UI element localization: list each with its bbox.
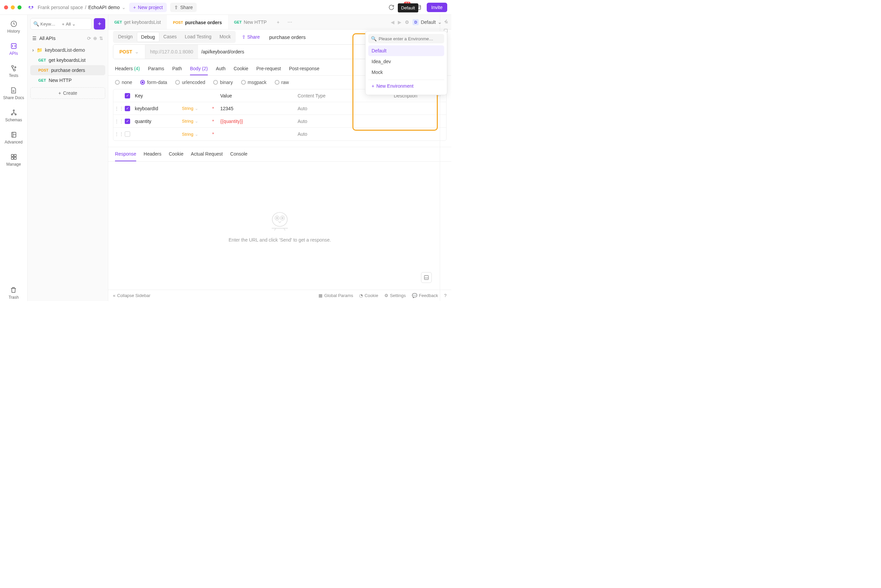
sidebar-search[interactable]: 🔍 ● All ⌄ xyxy=(30,18,92,30)
radio-none[interactable]: none xyxy=(115,80,132,85)
reqtab-body[interactable]: Body (2) xyxy=(190,63,208,75)
env-settings-icon[interactable]: ⚙ xyxy=(405,20,409,25)
api-item-new-http[interactable]: GET New HTTP xyxy=(30,75,105,86)
env-search-input[interactable] xyxy=(379,36,442,41)
content-type-value[interactable]: Auto xyxy=(298,131,375,137)
nav-advanced[interactable]: Advanced xyxy=(3,130,24,146)
type-selector[interactable]: String⌄ xyxy=(182,118,212,124)
new-project-button[interactable]: + New project xyxy=(129,3,167,12)
tab-new-http[interactable]: GET New HTTP xyxy=(228,15,273,29)
subtab-debug[interactable]: Debug xyxy=(137,32,159,42)
env-item-default[interactable]: Default xyxy=(368,45,444,56)
tab-get-keyboardslist[interactable]: GET get keyboardsList xyxy=(108,15,167,29)
search-input[interactable] xyxy=(41,21,60,27)
row-checkbox[interactable] xyxy=(125,131,130,137)
api-item-get-keyboardslist[interactable]: GET get keyboardsList xyxy=(30,55,105,65)
env-search-box[interactable]: 🔍 xyxy=(368,34,444,44)
feedback-button[interactable]: 💬Feedback xyxy=(412,293,438,298)
nav-tests[interactable]: Tests xyxy=(8,63,20,79)
request-title[interactable]: purchase orders xyxy=(269,34,306,40)
tab-prev-icon[interactable]: ◀ xyxy=(391,20,394,25)
subtab-mock[interactable]: Mock xyxy=(215,32,235,42)
layout-toggle-button[interactable] xyxy=(421,272,432,283)
env-item-idea-dev[interactable]: Idea_dev xyxy=(368,56,444,67)
drag-handle-icon[interactable]: ⋮⋮ xyxy=(113,106,125,111)
content-type-value[interactable]: Auto xyxy=(298,106,375,111)
resptab-response[interactable]: Response xyxy=(115,147,136,161)
nav-trash[interactable]: Trash xyxy=(7,285,20,301)
param-key-input[interactable]: quantity xyxy=(135,118,182,124)
cookie-button[interactable]: ◔Cookie xyxy=(359,293,378,298)
radio-formdata[interactable]: form-data xyxy=(140,80,167,85)
radio-msgpack[interactable]: msgpack xyxy=(241,80,267,85)
reqtab-headers[interactable]: Headers (4) xyxy=(115,63,140,75)
subtab-load[interactable]: Load Testing xyxy=(181,32,215,42)
row-checkbox[interactable]: ✓ xyxy=(125,106,130,111)
method-selector[interactable]: POST ⌄ xyxy=(113,45,145,59)
reqtab-auth[interactable]: Auth xyxy=(216,63,226,75)
workspace-name[interactable]: Frank personal space xyxy=(38,5,83,10)
nav-history[interactable]: History xyxy=(6,19,21,35)
radio-binary[interactable]: binary xyxy=(213,80,233,85)
type-selector[interactable]: String⌄ xyxy=(182,106,212,111)
resptab-headers[interactable]: Headers xyxy=(144,147,161,161)
sort-icon[interactable]: ⇅ xyxy=(99,36,103,41)
api-item-purchase-orders[interactable]: POST purchase orders xyxy=(30,65,105,75)
param-value-input[interactable]: {{quantity}} xyxy=(220,118,298,124)
nav-manage[interactable]: Manage xyxy=(5,152,22,168)
tab-purchase-orders[interactable]: POST purchase orders xyxy=(167,15,228,29)
resptab-actual[interactable]: Actual Request xyxy=(191,147,223,161)
drag-handle-icon[interactable]: ⋮⋮ xyxy=(113,131,125,137)
collapse-sidebar-button[interactable]: « Collapse Sidebar xyxy=(113,293,150,298)
radio-raw[interactable]: raw xyxy=(275,80,289,85)
nav-apis[interactable]: APIs xyxy=(8,41,19,57)
project-name[interactable]: EchoAPI demo xyxy=(89,5,120,10)
share-button-top[interactable]: ⇪ Share xyxy=(170,3,197,12)
resptab-console[interactable]: Console xyxy=(230,147,248,161)
reqtab-params[interactable]: Params xyxy=(148,63,164,75)
environment-selector[interactable]: D Default ⌄ xyxy=(413,19,442,25)
tab-next-icon[interactable]: ▶ xyxy=(398,20,401,25)
filter-dropdown[interactable]: ● All ⌄ xyxy=(62,21,76,27)
all-apis-header[interactable]: ☰ All APIs ⟳ ⊕ ⇅ xyxy=(30,33,105,44)
create-button[interactable]: + Create xyxy=(30,87,105,99)
maximize-window-icon[interactable] xyxy=(18,5,21,9)
param-key-input[interactable]: keyboardId xyxy=(135,106,182,111)
resptab-cookie[interactable]: Cookie xyxy=(169,147,183,161)
add-tab-button[interactable]: + xyxy=(273,20,283,25)
new-environment-button[interactable]: + New Environment xyxy=(368,80,444,92)
folder-item[interactable]: › 📁 keyboardList-demo xyxy=(30,45,105,55)
env-item-mock[interactable]: Mock xyxy=(368,67,444,78)
select-all-checkbox[interactable]: ✓ xyxy=(125,93,130,99)
nav-sharedocs[interactable]: Share Docs xyxy=(2,86,26,102)
required-toggle[interactable]: * xyxy=(212,106,220,111)
drag-handle-icon[interactable]: ⋮⋮ xyxy=(113,118,125,124)
nav-schemas[interactable]: Schemas xyxy=(4,108,23,124)
reqtab-path[interactable]: Path xyxy=(172,63,182,75)
type-selector[interactable]: String⌄ xyxy=(182,132,212,137)
required-toggle[interactable]: * xyxy=(212,118,220,124)
locate-icon[interactable]: ⊕ xyxy=(93,36,97,41)
content-type-value[interactable]: Auto xyxy=(298,118,375,124)
minimize-window-icon[interactable] xyxy=(11,5,15,9)
subtab-design[interactable]: Design xyxy=(114,32,137,42)
chevron-down-icon[interactable]: ⌄ xyxy=(122,5,126,10)
param-value-input[interactable]: 12345 xyxy=(220,106,298,111)
share-link[interactable]: ⇪ Share xyxy=(238,34,263,40)
radio-urlencoded[interactable]: urlencoded xyxy=(175,80,205,85)
settings-button[interactable]: ⚙Settings xyxy=(384,293,406,298)
check-icon[interactable]: ✓ xyxy=(444,18,448,24)
row-checkbox[interactable]: ✓ xyxy=(125,118,130,124)
global-params-button[interactable]: ▦Global Params xyxy=(319,293,353,298)
subtab-cases[interactable]: Cases xyxy=(159,32,181,42)
reqtab-postresp[interactable]: Post-response xyxy=(289,63,319,75)
refresh-icon[interactable]: ⟳ xyxy=(87,36,91,41)
required-toggle[interactable]: * xyxy=(212,131,220,137)
reqtab-prereq[interactable]: Pre-request xyxy=(256,63,281,75)
sync-icon[interactable] xyxy=(386,2,397,12)
add-api-button[interactable]: + xyxy=(94,18,105,30)
invite-button[interactable]: Invite xyxy=(427,3,447,12)
reqtab-cookie[interactable]: Cookie xyxy=(234,63,248,75)
close-window-icon[interactable] xyxy=(4,5,8,9)
tab-more-icon[interactable]: ⋯ xyxy=(283,20,296,25)
